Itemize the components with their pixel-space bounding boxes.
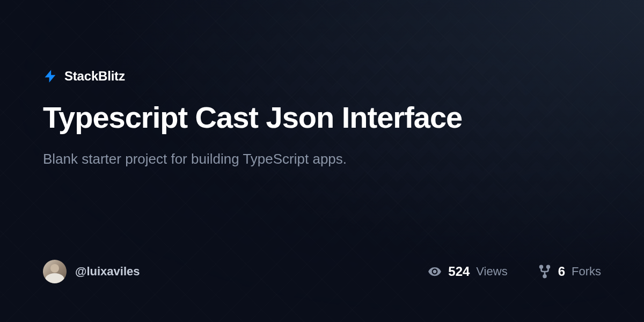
project-description: Blank starter project for building TypeS… [43,149,601,169]
svg-point-2 [543,275,546,277]
fork-icon [538,265,552,279]
svg-point-0 [540,266,543,268]
footer-row: @luixaviles 524 Views [43,260,601,283]
views-label: Views [476,265,507,279]
brand-row: StackBlitz [43,69,601,84]
forks-label: Forks [572,265,601,279]
views-count: 524 [448,264,470,279]
brand-name: StackBlitz [64,69,125,84]
author-username: @luixaviles [75,265,140,279]
project-title: Typescript Cast Json Interface [43,101,601,134]
forks-count: 6 [558,264,565,279]
eye-icon [428,265,442,279]
forks-stat: 6 Forks [538,264,601,279]
stats-section: 524 Views 6 Forks [428,264,601,279]
svg-point-1 [547,266,550,268]
card-content: StackBlitz Typescript Cast Json Interfac… [0,0,644,322]
avatar [43,260,67,283]
views-stat: 524 Views [428,264,507,279]
author-section[interactable]: @luixaviles [43,260,140,283]
bolt-icon [43,69,58,84]
